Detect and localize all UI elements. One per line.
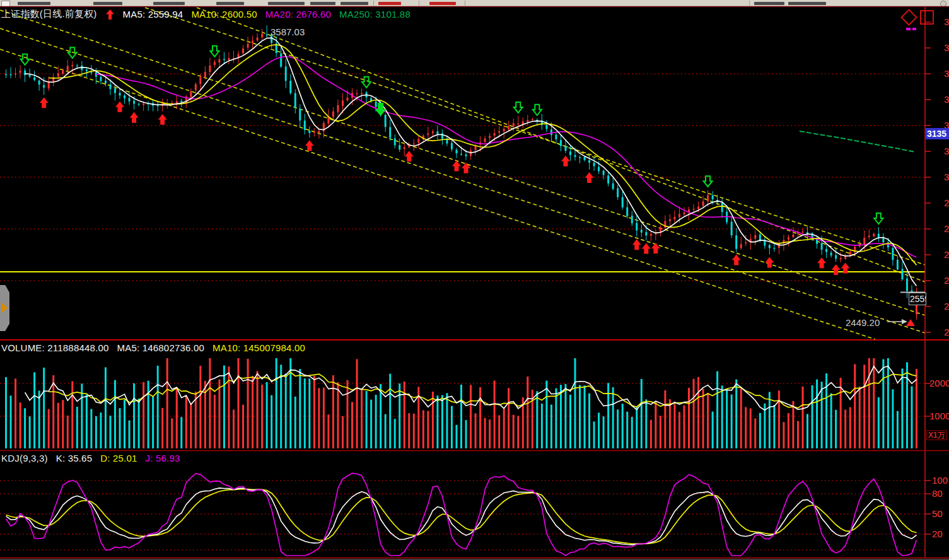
- buy-signal-arrow: [158, 114, 167, 125]
- buy-signal-arrow: [765, 257, 774, 268]
- buy-signal-arrow: [452, 160, 461, 171]
- right-triangle-icon: [2, 303, 8, 313]
- legend-item: MA5: 2559.94: [123, 9, 183, 20]
- buy-signal-arrow: [817, 257, 826, 268]
- axis-label: 2900: [944, 197, 949, 208]
- buy-signal-arrow: [305, 140, 314, 151]
- buy-signal-arrow: [585, 172, 594, 183]
- buy-signal-arrow: [732, 254, 741, 265]
- current-price-tag: 2559: [909, 293, 926, 305]
- buy-signal-arrow: [115, 102, 124, 112]
- legend-item: MA250: 3101.88: [339, 9, 410, 20]
- axis-label: 10000: [929, 411, 949, 421]
- axis-label: 3100: [944, 146, 949, 156]
- axis-label: 3600: [944, 16, 949, 27]
- kdj-indicator-name: KDJ(9,3,3): [1, 453, 48, 464]
- panel-expand-handle[interactable]: [0, 285, 9, 331]
- axis-label: 3400: [944, 68, 949, 79]
- window-split-icon[interactable]: [920, 10, 934, 25]
- sell-signal-arrow: [533, 105, 542, 115]
- legend-item: VOLUME: 211888448.00: [1, 342, 109, 353]
- axis-label: 50: [932, 508, 943, 519]
- axis-label: 2600: [944, 275, 949, 286]
- legend-item: D: 25.01: [100, 453, 137, 464]
- axis-label: 2800: [944, 223, 949, 234]
- buy-signal-arrow: [405, 151, 414, 161]
- ma-legend: MA5: 2559.94MA10: 2600.50MA20: 2676.60MA…: [123, 9, 410, 20]
- axis-label: 20: [932, 528, 943, 539]
- buy-signal-arrow: [642, 243, 651, 254]
- axis-label: 2700: [944, 249, 949, 260]
- chart-canvas[interactable]: 3600350034003300320031003000290028002700…: [0, 0, 949, 560]
- kdj-header: KDJ(9,3,3) K: 35.65D: 25.01J: 56.93: [1, 453, 180, 464]
- axis-label: 20000: [929, 378, 949, 388]
- buy-signal-arrow: [651, 243, 660, 254]
- legend-item: MA20: 2676.60: [265, 9, 331, 20]
- peak-price-annotation: 3587.03: [271, 26, 305, 37]
- sell-signal-arrow: [874, 213, 883, 224]
- buy-signal-arrow: [130, 112, 139, 123]
- price-axis: 3600350034003300320031003000290028002700…: [925, 6, 949, 558]
- legend-item: J: 56.93: [146, 453, 180, 464]
- chart-title: 上证指数(日线.前复权): [1, 8, 97, 20]
- low-price-annotation: 2449.20: [846, 317, 880, 328]
- axis-label: 3300: [944, 94, 949, 105]
- volume-unit-label: X1万: [926, 430, 947, 440]
- main-chart-header: 上证指数(日线.前复权) MA5: 2559.94MA10: 2600.50MA…: [1, 8, 410, 20]
- axis-label: 100: [932, 475, 948, 486]
- buy-signal-arrow: [462, 163, 470, 173]
- axis-label: 3000: [944, 172, 949, 182]
- axis-label: 3500: [944, 42, 949, 53]
- kdj-legend: K: 35.65D: 25.01J: 56.93: [56, 453, 180, 464]
- stock-trading-app: 3600350034003300320031003000290028002700…: [0, 0, 949, 560]
- up-arrow-icon: [106, 9, 114, 20]
- magenta-dash: [906, 28, 911, 30]
- buy-signal-arrow: [40, 97, 49, 108]
- sell-signal-arrow: [514, 102, 523, 113]
- sell-signal-arrow: [210, 46, 219, 57]
- legend-item: MA5: 146802736.00: [117, 342, 205, 353]
- sell-signal-arrow: [362, 77, 371, 88]
- legend-item: MA10: 2600.50: [191, 9, 257, 20]
- buy-signal-arrow: [632, 239, 641, 250]
- axis-label: 80: [932, 488, 943, 499]
- low-marker-triangle: [906, 319, 915, 326]
- legend-item: MA10: 145007984.00: [213, 342, 305, 353]
- axis-label: 2400: [944, 327, 949, 337]
- reference-price-tag: 3135: [926, 128, 949, 139]
- sell-signal-arrow: [704, 176, 713, 187]
- buy-signal-arrow: [561, 156, 570, 166]
- kdj-panel: [0, 473, 925, 556]
- buy-signal-arrow: [832, 264, 841, 275]
- volume-header: VOLUME: 211888448.00MA5: 146802736.00MA1…: [1, 342, 305, 353]
- axis-label: 2500: [944, 301, 949, 312]
- legend-item: K: 35.65: [56, 453, 92, 464]
- main-panel: [0, 8, 925, 339]
- sell-signal-arrow: [68, 47, 77, 58]
- magenta-dash: [912, 28, 916, 30]
- volume-panel: [0, 358, 925, 449]
- sell-signal-arrow: [21, 54, 30, 65]
